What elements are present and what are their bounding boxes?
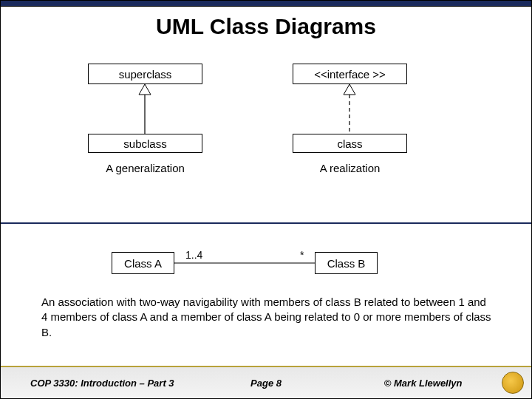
top-bar xyxy=(1,1,531,7)
association-description: An association with two-way navigability… xyxy=(41,295,492,340)
university-logo-icon xyxy=(502,372,524,394)
multiplicity-right: * xyxy=(300,249,304,261)
footer-page: Page 8 xyxy=(188,378,345,389)
box-class: class xyxy=(293,134,407,153)
footer-course: COP 3330: Introduction – Part 3 xyxy=(1,378,188,389)
realization-connector xyxy=(293,84,407,134)
box-class-b-label: Class B xyxy=(327,257,366,270)
slide: UML Class Diagrams superclass subclass A… xyxy=(0,0,532,399)
box-class-b: Class B xyxy=(315,252,378,274)
box-subclass-label: subclass xyxy=(123,137,166,150)
multiplicity-left: 1..4 xyxy=(185,249,202,261)
box-class-a-label: Class A xyxy=(124,257,162,270)
box-subclass: subclass xyxy=(88,134,202,153)
footer: COP 3330: Introduction – Part 3 Page 8 ©… xyxy=(1,366,531,398)
generalization-connector xyxy=(88,84,202,134)
divider-line xyxy=(1,222,531,224)
box-class-a: Class A xyxy=(112,252,174,274)
box-superclass: superclass xyxy=(88,64,202,84)
box-interface-label: <<interface >> xyxy=(314,68,386,81)
triangle-arrowhead-icon xyxy=(139,84,151,95)
footer-copyright: © Mark Llewellyn xyxy=(344,378,502,389)
box-superclass-label: superclass xyxy=(119,68,172,81)
box-interface: <<interface >> xyxy=(293,64,407,84)
box-class-label: class xyxy=(337,137,362,150)
triangle-arrowhead-icon xyxy=(344,84,355,95)
caption-realization: A realization xyxy=(293,162,407,174)
caption-generalization: A generalization xyxy=(88,162,202,174)
